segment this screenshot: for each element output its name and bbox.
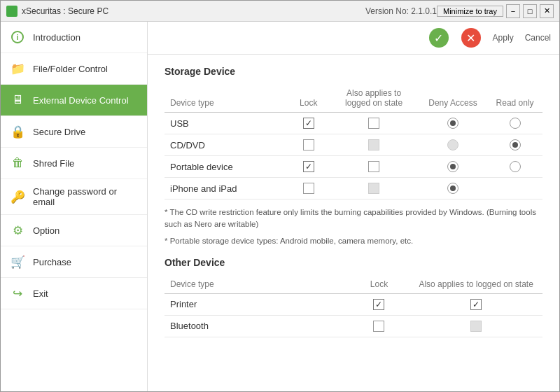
cddvd-also xyxy=(329,134,418,156)
usb-deny[interactable] xyxy=(419,113,487,134)
portable-lock[interactable] xyxy=(288,156,329,178)
table-row: Printer xyxy=(164,293,542,315)
sidebar-item-option[interactable]: ⚙ Option xyxy=(1,215,147,246)
main-content: ✓ ✕ Apply Cancel Storage Device Device t… xyxy=(148,22,559,392)
note-portable-types: * Portable storage device types: Android… xyxy=(164,235,542,247)
table-row: CD/DVD xyxy=(164,134,542,156)
col-deny-access: Deny Access xyxy=(419,84,487,113)
col-lock: Lock xyxy=(288,84,329,113)
cddvd-lock-checkbox[interactable] xyxy=(303,139,314,150)
app-version: Version No: 2.1.0.1 xyxy=(365,6,437,16)
cddvd-readonly[interactable] xyxy=(487,134,542,156)
exit-icon: ↪ xyxy=(9,285,26,302)
sidebar-item-purchase[interactable]: 🛒 Purchase xyxy=(1,246,147,278)
other-section-divider: Other Device xyxy=(164,257,542,268)
apply-button[interactable]: Apply xyxy=(493,33,514,43)
device-name-portable: Portable device xyxy=(164,156,288,178)
usb-also-checkbox[interactable] xyxy=(368,118,379,129)
key-icon: 🔑 xyxy=(9,188,26,205)
iphone-deny-radio[interactable] xyxy=(447,183,458,194)
portable-deny[interactable] xyxy=(419,156,487,178)
close-button[interactable]: ✕ xyxy=(540,4,554,18)
usb-readonly[interactable] xyxy=(487,113,542,134)
portable-readonly-radio[interactable] xyxy=(510,161,521,172)
sidebar-item-exit[interactable]: ↪ Exit xyxy=(1,278,147,309)
col-device-type: Device type xyxy=(164,84,288,113)
app-logo xyxy=(6,6,18,17)
other-col-also: Also applies to logged on state xyxy=(410,275,542,294)
cddvd-readonly-radio[interactable] xyxy=(510,139,521,150)
portable-lock-checkbox[interactable] xyxy=(303,161,314,172)
monitor-icon: 🖥 xyxy=(9,92,26,108)
sidebar: i Introduction 📁 File/Folder Control 🖥 E… xyxy=(1,22,148,392)
iphone-deny[interactable] xyxy=(419,178,487,200)
bluetooth-also xyxy=(410,315,542,337)
bluetooth-also-checkbox xyxy=(470,321,482,332)
iphone-lock[interactable] xyxy=(288,178,329,200)
other-section-title: Other Device xyxy=(164,257,542,268)
other-col-lock: Lock xyxy=(349,275,410,294)
sidebar-item-label: Introduction xyxy=(33,32,80,43)
usb-lock[interactable] xyxy=(288,113,329,134)
bluetooth-lock-checkbox[interactable] xyxy=(373,321,384,332)
minimize-button[interactable]: − xyxy=(506,4,520,18)
sidebar-item-label: Exit xyxy=(33,288,48,299)
content-area: Storage Device Device type Lock Also app… xyxy=(148,55,559,356)
sidebar-item-label: Secure Drive xyxy=(33,127,85,137)
cancel-button[interactable]: Cancel xyxy=(525,33,551,43)
other-col-device-type: Device type xyxy=(164,275,349,294)
sidebar-item-shred-file[interactable]: 🗑 Shred File xyxy=(1,148,147,179)
lock-icon: 🔒 xyxy=(9,123,26,140)
sidebar-item-file-folder-control[interactable]: 📁 File/Folder Control xyxy=(1,53,147,85)
portable-deny-radio[interactable] xyxy=(447,161,458,172)
cddvd-lock[interactable] xyxy=(288,134,329,156)
other-device-table: Device type Lock Also applies to logged … xyxy=(164,275,542,337)
sidebar-item-label: Change password or email xyxy=(33,186,139,207)
sidebar-item-change-password[interactable]: 🔑 Change password or email xyxy=(1,179,147,215)
window-controls: Minimize to tray − □ ✕ xyxy=(437,4,554,18)
device-name-usb: USB xyxy=(164,113,288,134)
restore-button[interactable]: □ xyxy=(523,4,537,18)
apply-check-icon: ✓ xyxy=(428,27,449,48)
cddvd-also-checkbox xyxy=(368,139,379,150)
sidebar-item-introduction[interactable]: i Introduction xyxy=(1,22,147,53)
toolbar: ✓ ✕ Apply Cancel xyxy=(148,22,559,55)
printer-lock[interactable] xyxy=(349,293,410,315)
cancel-x-circle[interactable]: ✕ xyxy=(461,28,481,48)
cancel-x-icon[interactable]: ✕ xyxy=(461,27,482,48)
device-name-cddvd: CD/DVD xyxy=(164,134,288,156)
usb-readonly-radio[interactable] xyxy=(510,118,521,129)
printer-lock-checkbox[interactable] xyxy=(373,299,384,310)
sidebar-item-label: Shred File xyxy=(33,158,74,169)
portable-also-checkbox[interactable] xyxy=(368,161,379,172)
main-layout: i Introduction 📁 File/Folder Control 🖥 E… xyxy=(1,22,559,392)
portable-readonly[interactable] xyxy=(487,156,542,178)
usb-also[interactable] xyxy=(329,113,418,134)
sidebar-item-label: File/Folder Control xyxy=(33,64,108,74)
sidebar-item-external-device-control[interactable]: 🖥 External Device Control xyxy=(1,85,147,116)
usb-deny-radio[interactable] xyxy=(447,118,458,129)
col-read-only: Read only xyxy=(487,84,542,113)
bluetooth-lock[interactable] xyxy=(349,315,410,337)
printer-also[interactable] xyxy=(410,293,542,315)
iphone-also-checkbox xyxy=(368,183,379,194)
usb-lock-checkbox[interactable] xyxy=(303,118,314,129)
table-row: iPhone and iPad xyxy=(164,178,542,200)
sidebar-item-label: External Device Control xyxy=(33,95,129,106)
sidebar-item-secure-drive[interactable]: 🔒 Secure Drive xyxy=(1,116,147,148)
cddvd-deny-radio xyxy=(447,139,458,150)
minimize-to-tray-button[interactable]: Minimize to tray xyxy=(437,6,503,17)
table-row: Portable device xyxy=(164,156,542,178)
shred-icon: 🗑 xyxy=(9,155,26,172)
printer-also-checkbox[interactable] xyxy=(470,299,482,310)
titlebar: xSecuritas : Secure PC Version No: 2.1.0… xyxy=(1,1,559,22)
portable-also[interactable] xyxy=(329,156,418,178)
iphone-lock-checkbox[interactable] xyxy=(303,183,314,194)
storage-section-title: Storage Device xyxy=(164,66,542,77)
note-cd-restriction: * The CD write restriction feature only … xyxy=(164,206,542,231)
apply-check-circle: ✓ xyxy=(429,28,449,48)
storage-device-table: Device type Lock Also applies to logged … xyxy=(164,84,542,200)
iphone-also xyxy=(329,178,418,200)
device-name-printer: Printer xyxy=(164,293,349,315)
table-row: Bluetooth xyxy=(164,315,542,337)
